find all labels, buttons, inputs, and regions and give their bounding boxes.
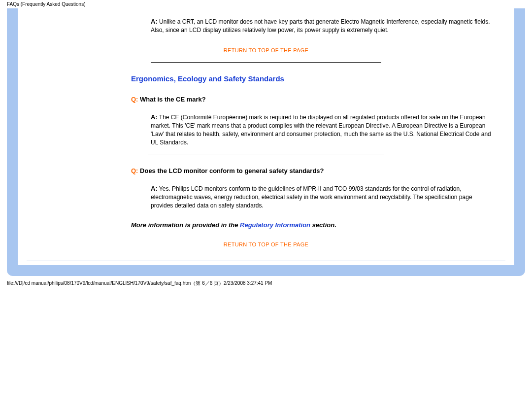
section-heading: Ergonomics, Ecology and Safety Standards — [131, 74, 495, 83]
page-header-path: FAQs (Frequently Asked Questions) — [0, 0, 532, 8]
answer-text: Yes. Philips LCD monitors conform to the… — [151, 185, 472, 209]
divider — [151, 62, 381, 63]
content-panel: A: Unlike a CRT, an LCD monitor does not… — [18, 8, 514, 265]
answer-2: A: Yes. Philips LCD monitors conform to … — [151, 184, 495, 210]
answer-text: The CE (Conformité Européenne) mark is r… — [151, 114, 491, 146]
answer-text: Unlike a CRT, an LCD monitor does not ha… — [151, 18, 490, 34]
document-frame: A: Unlike a CRT, an LCD monitor does not… — [7, 8, 525, 276]
more-info-pre: More information is provided in the — [131, 221, 240, 229]
return-to-top-link[interactable]: RETURN TO TOP OF THE PAGE — [37, 47, 495, 53]
question-prefix: Q: — [131, 167, 138, 174]
question-2: Q: Does the LCD monitor conform to gener… — [131, 167, 495, 174]
page-footer-path: file:///D|/cd manual/philips/08/170V9/lc… — [0, 276, 532, 287]
answer-prefix: A: — [151, 185, 158, 192]
divider — [148, 155, 384, 155]
more-info-post: section. — [310, 221, 336, 229]
question-text: Does the LCD monitor conform to general … — [138, 167, 324, 174]
intro-answer: A: Unlike a CRT, an LCD monitor does not… — [151, 17, 495, 34]
regulatory-info-link[interactable]: Regulatory Information — [240, 221, 310, 229]
question-prefix: Q: — [131, 96, 138, 103]
question-text: What is the CE mark? — [138, 96, 205, 103]
answer-prefix: A: — [151, 18, 158, 25]
answer-prefix: A: — [151, 113, 158, 121]
question-1: Q: What is the CE mark? — [131, 96, 495, 103]
more-info-line: More information is provided in the Regu… — [131, 221, 495, 229]
return-to-top-link[interactable]: RETURN TO TOP OF THE PAGE — [37, 241, 495, 247]
answer-1: A: The CE (Conformité Européenne) mark i… — [151, 113, 495, 147]
